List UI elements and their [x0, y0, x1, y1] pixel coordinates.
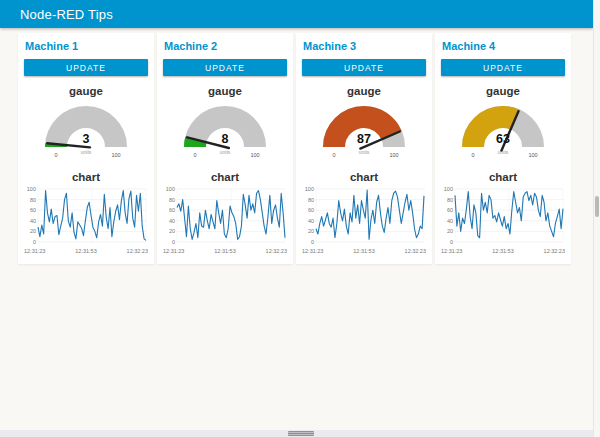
- chart-title: chart: [441, 171, 565, 183]
- group-title: Machine 2: [164, 40, 287, 52]
- y-tick-label: 100: [305, 186, 314, 192]
- y-tick-label: 80: [30, 197, 36, 203]
- y-tick-label: 60: [169, 207, 175, 213]
- y-tick-label: 40: [447, 218, 453, 224]
- y-tick-label: 80: [308, 197, 314, 203]
- update-button[interactable]: UPDATE: [441, 59, 565, 76]
- x-tick-label: 12:31:53: [492, 248, 513, 254]
- y-tick-label: 60: [447, 207, 453, 213]
- gauge-units: units: [81, 149, 92, 155]
- x-tick-label: 12:31:23: [163, 248, 184, 254]
- line-chart: 02040608010012:31:2312:31:5312:32:23: [302, 186, 426, 256]
- y-tick-label: 80: [169, 197, 175, 203]
- x-tick-label: 12:32:23: [544, 248, 565, 254]
- group-machine-3: Machine 3 UPDATE gauge 87units0100 chart…: [296, 33, 432, 264]
- gauge-min-label: 0: [471, 152, 474, 158]
- x-tick-label: 12:31:23: [24, 248, 45, 254]
- vertical-scrollbar-handle[interactable]: [595, 196, 599, 217]
- gauge-units: units: [359, 149, 370, 155]
- y-tick-label: 40: [30, 218, 36, 224]
- dashboard-groups: Machine 1 UPDATE gauge 3units0100 chart …: [18, 33, 571, 264]
- y-tick-label: 20: [308, 228, 314, 234]
- chart-title: chart: [24, 171, 148, 183]
- x-tick-label: 12:31:23: [302, 248, 323, 254]
- gauge-units: units: [498, 149, 509, 155]
- gauge-max-label: 100: [250, 152, 259, 158]
- line-chart: 02040608010012:31:2312:31:5312:32:23: [441, 186, 565, 256]
- group-title: Machine 3: [303, 40, 426, 52]
- y-tick-label: 20: [447, 228, 453, 234]
- gauge-max-label: 100: [389, 152, 398, 158]
- gauge-value: 87: [357, 132, 371, 146]
- y-tick-label: 40: [308, 218, 314, 224]
- y-tick-label: 100: [27, 186, 36, 192]
- chart-widget: chart 02040608010012:31:2312:31:5312:32:…: [441, 171, 565, 256]
- gauge-dial: 8units0100: [163, 100, 287, 162]
- vertical-scrollbar[interactable]: [593, 0, 600, 437]
- y-tick-label: 80: [447, 197, 453, 203]
- y-tick-label: 0: [33, 239, 36, 245]
- y-tick-label: 100: [444, 186, 453, 192]
- y-tick-label: 0: [450, 239, 453, 245]
- app-header: Node-RED Tips: [0, 0, 593, 28]
- y-tick-label: 60: [30, 207, 36, 213]
- x-tick-label: 12:32:23: [266, 248, 287, 254]
- y-tick-label: 60: [308, 207, 314, 213]
- horizontal-scrollbar-handle[interactable]: [288, 431, 314, 436]
- line-chart: 02040608010012:31:2312:31:5312:32:23: [163, 186, 287, 256]
- x-tick-label: 12:31:53: [353, 248, 374, 254]
- gauge-widget: gauge 8units0100: [163, 85, 287, 162]
- gauge-dial: 3units0100: [24, 100, 148, 162]
- y-tick-label: 20: [30, 228, 36, 234]
- gauge-min-label: 0: [193, 152, 196, 158]
- line-chart: 02040608010012:31:2312:31:5312:32:23: [24, 186, 148, 256]
- y-tick-label: 0: [172, 239, 175, 245]
- gauge-value: 8: [222, 132, 229, 146]
- group-title: Machine 4: [442, 40, 565, 52]
- gauge-value: 63: [496, 132, 510, 146]
- x-tick-label: 12:32:23: [127, 248, 148, 254]
- gauge-widget: gauge 3units0100: [24, 85, 148, 162]
- gauge-title: gauge: [163, 85, 287, 97]
- gauge-units: units: [220, 149, 231, 155]
- gauge-widget: gauge 63units0100: [441, 85, 565, 162]
- gauge-min-label: 0: [54, 152, 57, 158]
- y-tick-label: 0: [311, 239, 314, 245]
- x-tick-label: 12:31:53: [214, 248, 235, 254]
- y-tick-label: 40: [169, 218, 175, 224]
- chart-widget: chart 02040608010012:31:2312:31:5312:32:…: [163, 171, 287, 256]
- chart-title: chart: [302, 171, 426, 183]
- x-tick-label: 12:31:53: [75, 248, 96, 254]
- gauge-min-label: 0: [332, 152, 335, 158]
- update-button[interactable]: UPDATE: [302, 59, 426, 76]
- chart-title: chart: [163, 171, 287, 183]
- group-title: Machine 1: [25, 40, 148, 52]
- x-tick-label: 12:32:23: [405, 248, 426, 254]
- chart-widget: chart 02040608010012:31:2312:31:5312:32:…: [302, 171, 426, 256]
- gauge-title: gauge: [441, 85, 565, 97]
- x-tick-label: 12:31:23: [441, 248, 462, 254]
- gauge-max-label: 100: [528, 152, 537, 158]
- gauge-dial: 63units0100: [441, 100, 565, 162]
- update-button[interactable]: UPDATE: [163, 59, 287, 76]
- gauge-title: gauge: [24, 85, 148, 97]
- horizontal-scrollbar[interactable]: [0, 430, 593, 437]
- gauge-max-label: 100: [111, 152, 120, 158]
- y-tick-label: 20: [169, 228, 175, 234]
- gauge-value: 3: [83, 132, 90, 146]
- group-machine-1: Machine 1 UPDATE gauge 3units0100 chart …: [18, 33, 154, 264]
- group-machine-2: Machine 2 UPDATE gauge 8units0100 chart …: [157, 33, 293, 264]
- group-machine-4: Machine 4 UPDATE gauge 63units0100 chart…: [435, 33, 571, 264]
- gauge-widget: gauge 87units0100: [302, 85, 426, 162]
- page-title: Node-RED Tips: [20, 7, 113, 22]
- gauge-dial: 87units0100: [302, 100, 426, 162]
- y-tick-label: 100: [166, 186, 175, 192]
- gauge-title: gauge: [302, 85, 426, 97]
- chart-widget: chart 02040608010012:31:2312:31:5312:32:…: [24, 171, 148, 256]
- update-button[interactable]: UPDATE: [24, 59, 148, 76]
